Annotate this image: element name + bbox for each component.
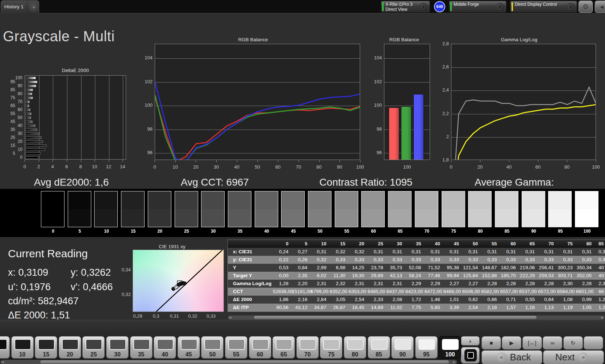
cell: 300,23	[557, 264, 576, 272]
patch-swatch	[85, 339, 102, 350]
gridline	[384, 82, 430, 82]
patch-button-90[interactable]: 90	[391, 336, 414, 359]
cell: 2,27	[462, 280, 481, 288]
gridline	[53, 76, 53, 159]
swatch-label: 95	[558, 229, 563, 234]
page-title: Grayscale - Multi	[3, 28, 115, 45]
patch-button-30[interactable]: 30	[106, 336, 129, 359]
patch-button-85[interactable]: 85	[368, 336, 390, 359]
add-tab-button[interactable]: +	[29, 3, 39, 12]
tab-history-1[interactable]: History 1	[1, 1, 27, 13]
next-button[interactable]: Next »	[543, 350, 604, 364]
y-tick-label: 0,32	[122, 292, 131, 297]
patch-button-5[interactable]: 5	[0, 336, 10, 359]
cell: 2,31	[367, 280, 386, 288]
grayscale-swatch-50	[308, 191, 331, 227]
pattern-window-button[interactable]	[461, 347, 480, 364]
y-tick-label: 45	[11, 119, 15, 124]
control-button-refresh[interactable]: ↻	[563, 336, 583, 350]
settings-button[interactable]: ⚙	[579, 1, 593, 13]
control-button-stop[interactable]: ■	[481, 336, 501, 350]
patch-button-40[interactable]: 40	[154, 336, 176, 359]
meter-dropdown-xrite[interactable]: X-Rite i1Pro 3 Direct View ▼	[381, 1, 430, 13]
patch-button-100[interactable]: 100	[439, 336, 461, 359]
chart-title: Gamma Log/Log	[501, 37, 538, 42]
meter-dropdown-mobile-forge[interactable]: Mobile Forge ▼	[449, 1, 506, 13]
chevron-right-icon[interactable]: ▶	[453, 360, 455, 364]
meter-dropdown-display-control[interactable]: Direct Display Control ▼	[510, 1, 577, 13]
chart-title: CIE 1931 xy	[159, 244, 185, 249]
swatch-actual	[415, 191, 438, 209]
cell: 2,28	[519, 280, 538, 288]
cell: 6564,00	[557, 288, 576, 296]
patch-button-80[interactable]: 80	[344, 336, 366, 359]
swatch-label: 20	[158, 229, 162, 234]
patch-button-95[interactable]: 95	[415, 336, 438, 359]
patch-swatch	[347, 339, 364, 350]
cell: 0,33	[349, 256, 367, 264]
patch-button-75[interactable]: 75	[320, 336, 342, 359]
patch-swatch	[252, 339, 269, 350]
patch-button-55[interactable]: 55	[225, 336, 247, 359]
grayscale-swatch-40	[255, 191, 278, 227]
column-header-15: 15	[330, 240, 349, 248]
patch-button-25[interactable]: 25	[82, 336, 105, 359]
patch-scrollbar-thumb[interactable]	[40, 360, 449, 364]
patch-button-65[interactable]: 65	[272, 336, 295, 359]
cell: 0,84	[292, 264, 310, 272]
bottom-bar: ▲ « Back Next » ◀ ▶ 51015202530354045505…	[0, 320, 605, 364]
patch-label: 45	[178, 351, 200, 358]
cell: 1,86	[273, 296, 292, 304]
swatch-actual	[522, 191, 545, 209]
cell: 2,27	[443, 280, 462, 288]
cell: 0,31	[538, 248, 557, 256]
chevron-right-icon[interactable]: ▶	[601, 316, 604, 320]
y-tick-label: 102	[374, 79, 382, 84]
grayscale-swatch-95	[548, 191, 572, 227]
meter-sublabel: Direct View	[385, 7, 407, 12]
back-button[interactable]: « Back	[481, 350, 542, 364]
cell: 2,28	[576, 280, 595, 288]
cell: 95,38	[443, 264, 462, 272]
chevron-left-icon[interactable]: ◀	[1, 360, 4, 364]
swatch-target	[362, 209, 384, 227]
patch-button-45[interactable]: 45	[178, 336, 200, 359]
patch-button-20[interactable]: 20	[59, 336, 81, 359]
y-tick-label: 104	[145, 55, 153, 60]
control-button-step[interactable]: [↔]	[522, 336, 542, 350]
axis-tick	[360, 160, 360, 162]
cell: 1,16	[519, 304, 538, 312]
up-arrow-icon: ▲	[468, 339, 472, 343]
axis-tick	[596, 160, 596, 162]
pattern-up-button[interactable]: ▲	[461, 336, 480, 346]
patch-button-10[interactable]: 10	[11, 336, 34, 359]
chart-title: RGB Balance	[238, 37, 268, 42]
grayscale-swatch-70	[415, 191, 438, 227]
cell: 77,46	[424, 272, 443, 280]
chevron-double-right-icon: »	[578, 352, 588, 362]
cell: 66	[595, 288, 605, 296]
patch-button-35[interactable]: 35	[130, 336, 153, 359]
bar-25	[25, 136, 42, 139]
swatch-actual	[335, 191, 358, 209]
cell: 26,87	[330, 304, 349, 312]
patch-button-70[interactable]: 70	[296, 336, 319, 359]
grayscale-swatch-65	[388, 191, 412, 227]
patch-button-15[interactable]: 15	[35, 336, 57, 359]
measurement-count-badge[interactable]: 649	[434, 1, 445, 12]
cell: 6,02	[311, 272, 330, 280]
control-button-record[interactable]: ●	[584, 336, 603, 350]
patch-label: 40	[154, 351, 176, 358]
chevron-left-icon[interactable]: ◀	[229, 316, 231, 320]
patch-swatch	[14, 339, 31, 350]
collapse-panel-button[interactable]: ◀	[595, 1, 605, 13]
table-scrollbar-thumb[interactable]	[254, 316, 537, 319]
control-button-loop[interactable]: ∞	[543, 336, 562, 350]
patch-scrollbar[interactable]: ◀ ▶	[0, 360, 457, 364]
control-button-play[interactable]: ▶	[502, 336, 521, 350]
bar-40	[25, 124, 36, 127]
patch-button-60[interactable]: 60	[249, 336, 271, 359]
table-scrollbar[interactable]: ◀ ▶	[228, 315, 605, 320]
cell: 0,53	[273, 264, 292, 272]
patch-button-50[interactable]: 50	[201, 336, 224, 359]
